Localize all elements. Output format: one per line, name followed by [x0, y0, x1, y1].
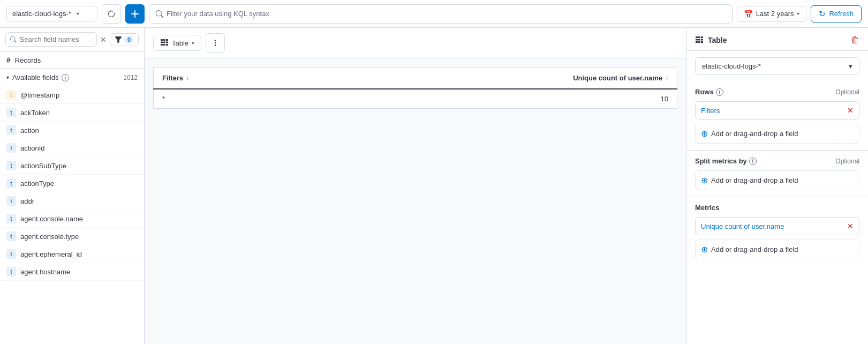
calendar-icon: 📅: [744, 10, 753, 18]
table-chevron-icon: ▾: [192, 40, 194, 46]
field-type-icon: t: [6, 108, 16, 117]
hash-icon: #: [6, 56, 11, 64]
filters-sort-icon: ↕: [186, 75, 189, 81]
filters-field-item[interactable]: Filters ✕: [695, 101, 859, 119]
panel-close-button[interactable]: 🗑: [851, 35, 859, 45]
refresh-button[interactable]: ↻ Refresh: [811, 5, 862, 23]
list-item[interactable]: t agent.ephemeral_id: [0, 245, 144, 263]
clear-search-button[interactable]: ✕: [100, 35, 107, 44]
field-count: 1012: [123, 74, 138, 81]
rows-section-label: Rows i: [695, 88, 723, 96]
add-rows-field-label: Add or drag-and-drop a field: [711, 130, 798, 138]
search-field-input[interactable]: [20, 35, 92, 43]
list-item[interactable]: t addr: [0, 192, 144, 210]
filter-count-button[interactable]: 0: [110, 33, 139, 46]
list-item[interactable]: t actionId: [0, 139, 144, 157]
filters-column-header[interactable]: Filters ↕: [154, 68, 301, 89]
index-pattern-chevron-icon: ▾: [77, 11, 79, 17]
add-rows-field-button[interactable]: ⊕ Add or drag-and-drop a field: [695, 124, 859, 144]
available-fields-left[interactable]: ▾ Available fields i: [6, 73, 69, 81]
list-item[interactable]: t agent.hostname: [0, 263, 144, 281]
field-name: addr: [20, 197, 34, 205]
panel-title-label: Table: [708, 36, 727, 44]
split-metrics-optional-label: Optional: [835, 158, 859, 165]
panel-index-selector[interactable]: elastic-cloud-logs-* ▾: [695, 57, 859, 75]
svg-rect-15: [696, 41, 698, 43]
filters-col-label: Filters: [162, 74, 183, 82]
field-type-icon: t: [6, 178, 16, 188]
field-name: agent.hostname: [20, 268, 70, 276]
list-item[interactable]: t actionSubType: [0, 157, 144, 175]
field-type-icon: t: [6, 231, 16, 241]
metric-column-header[interactable]: Unique count of user.name ↕: [301, 68, 677, 89]
field-name: ackToken: [20, 109, 50, 117]
field-list: t @timestamp t ackToken t action t actio…: [0, 86, 144, 344]
list-item[interactable]: t @timestamp: [0, 86, 144, 104]
rows-info-icon[interactable]: i: [716, 88, 723, 96]
split-metrics-section-header: Split metrics by i Optional: [695, 157, 859, 165]
list-item[interactable]: t agent.console.type: [0, 228, 144, 245]
svg-rect-17: [701, 41, 703, 43]
sidebar: ✕ 0 # Records ▾ Available fields i 1012 …: [0, 28, 145, 344]
field-name: agent.ephemeral_id: [20, 250, 82, 258]
update-icon: [107, 10, 116, 18]
filter-count-badge: 0: [124, 36, 134, 43]
svg-rect-8: [166, 44, 168, 46]
svg-rect-3: [161, 42, 163, 43]
filter-cell: *: [154, 89, 301, 109]
add-rows-plus-icon: ⊕: [701, 129, 708, 139]
options-icon: [212, 39, 219, 47]
add-metrics-field-button[interactable]: ⊕ Add or drag-and-drop a field: [695, 240, 859, 259]
metric-cell: 10: [301, 89, 677, 109]
table-row: * 10: [154, 89, 677, 109]
data-table-area: Filters ↕ Unique count of user.name ↕: [145, 58, 686, 344]
refresh-label: Refresh: [829, 10, 854, 18]
date-range-button[interactable]: 📅 Last 2 years ▾: [737, 6, 807, 22]
rows-section-header: Rows i Optional: [695, 88, 859, 96]
field-type-icon: t: [6, 214, 16, 223]
list-item[interactable]: t agent.console.name: [0, 210, 144, 228]
records-row[interactable]: # Records: [0, 51, 144, 69]
table-label: Table: [172, 39, 188, 47]
table-type-button[interactable]: Table ▾: [153, 35, 201, 51]
refresh-arrow-icon: ↻: [819, 9, 826, 19]
remove-metrics-button[interactable]: ✕: [847, 222, 854, 230]
field-name: @timestamp: [20, 91, 59, 99]
split-metrics-label: Split metrics by i: [695, 157, 757, 165]
kql-search-icon: [156, 10, 163, 18]
data-table: Filters ↕ Unique count of user.name ↕: [153, 67, 677, 109]
add-icon-button[interactable]: [125, 4, 145, 24]
metric-sort-icon: ↕: [666, 75, 668, 81]
index-pattern-selector[interactable]: elastic-cloud-logs-* ▾: [6, 6, 97, 21]
split-metrics-info-icon[interactable]: i: [749, 158, 757, 165]
topbar: elastic-cloud-logs-* ▾ Filter your data …: [0, 0, 868, 28]
metric-col-label: Unique count of user.name: [573, 74, 662, 82]
date-range-label: Last 2 years: [756, 10, 794, 18]
sidebar-search-area: ✕ 0: [0, 28, 144, 51]
panel-index-chevron-icon: ▾: [849, 62, 852, 70]
viz-options-button[interactable]: [206, 33, 225, 53]
svg-rect-5: [166, 42, 168, 43]
available-fields-info-icon[interactable]: i: [62, 74, 69, 81]
panel-table-icon: [695, 36, 704, 44]
field-name: action: [20, 126, 39, 134]
list-item[interactable]: t actionType: [0, 175, 144, 192]
metrics-field-item[interactable]: Unique count of user.name ✕: [695, 217, 859, 235]
kql-search-input[interactable]: Filter your data using KQL syntax: [149, 4, 733, 24]
list-item[interactable]: t action: [0, 122, 144, 139]
records-label: Records: [15, 56, 41, 64]
rows-optional-label: Optional: [835, 88, 859, 96]
table-grid-icon: [160, 39, 169, 47]
search-input-wrap[interactable]: [5, 32, 97, 47]
add-split-metrics-field-button[interactable]: ⊕ Add or drag-and-drop a field: [695, 170, 859, 190]
filter-icon: [115, 36, 122, 43]
index-pattern-label: elastic-cloud-logs-*: [12, 10, 71, 18]
svg-rect-7: [163, 44, 165, 46]
update-icon-button[interactable]: [102, 4, 121, 24]
field-name: agent.console.type: [20, 233, 79, 241]
list-item[interactable]: t ackToken: [0, 104, 144, 122]
remove-filters-button[interactable]: ✕: [847, 106, 854, 115]
split-metrics-section: Split metrics by i Optional ⊕ Add or dra…: [686, 151, 868, 197]
svg-rect-1: [163, 39, 165, 41]
metrics-section-label: Metrics: [695, 204, 859, 212]
